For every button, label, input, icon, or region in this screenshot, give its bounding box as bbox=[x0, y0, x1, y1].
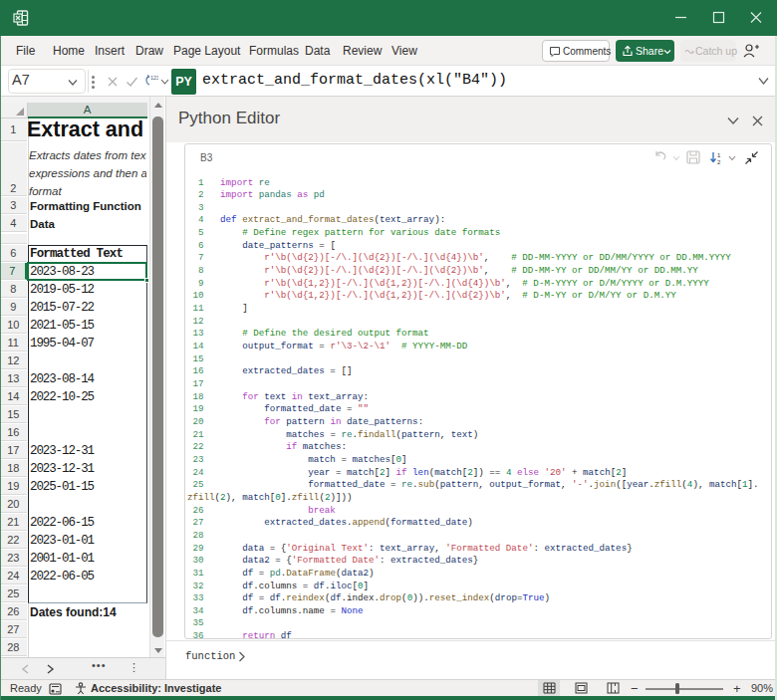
svg-text:1: 1 bbox=[717, 152, 721, 158]
svg-text:123: 123 bbox=[150, 75, 158, 81]
svg-text:2: 2 bbox=[717, 159, 721, 165]
